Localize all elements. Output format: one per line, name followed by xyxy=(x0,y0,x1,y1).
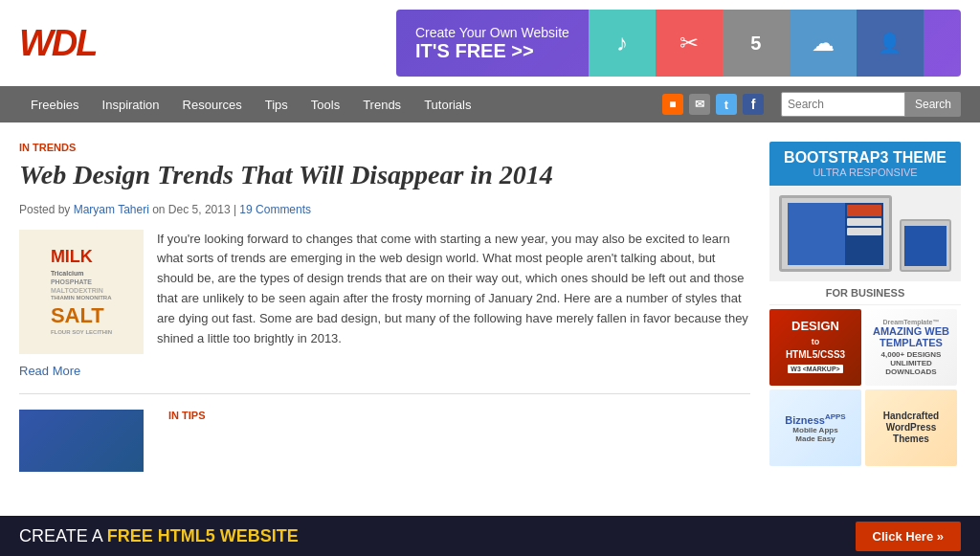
rss-icon[interactable]: ■ xyxy=(662,94,683,115)
sidebar-ad-handcrafted[interactable]: Handcrafted WordPress Themes xyxy=(865,389,957,466)
sidebar-ads-row2: BiznessAPPS Mobile AppsMade Easy Handcra… xyxy=(769,389,961,466)
article2-category[interactable]: IN TIPS xyxy=(168,410,206,421)
bizness-sub: Mobile AppsMade Easy xyxy=(792,426,837,443)
twitter-icon[interactable]: t xyxy=(716,94,737,115)
email-icon[interactable]: ✉ xyxy=(689,94,710,115)
dreamtemplate-sub: 4,000+ DESIGNSUNLIMITED DOWNLOADS xyxy=(869,350,953,376)
nav-social-icons: ■ ✉ t f Search xyxy=(662,92,961,117)
bootstrap-ad-title: BOOTSTRAP3 THEME xyxy=(775,149,955,167)
article-meta: Posted by Maryam Taheri on Dec 5, 2013 |… xyxy=(19,203,750,216)
content-area: IN TRENDS Web Design Trends That Will Di… xyxy=(19,142,750,505)
article-thumbnail: MILK Tricalcium PHOSPHATE MALTODEXTRIN T… xyxy=(19,230,144,354)
nav-tips[interactable]: Tips xyxy=(254,90,300,120)
bottom-banner: CREATE A FREE HTML5 WEBSITE Click Here » xyxy=(0,516,980,524)
bootstrap-ad-sub: ULTRA RESPONSIVE xyxy=(775,167,955,178)
nav-links: Freebies Inspiration Resources Tips Tool… xyxy=(19,90,483,120)
search-button[interactable]: Search xyxy=(905,92,961,117)
banner-icon-html5: 5 xyxy=(723,10,790,77)
dreamtemplate-title: AMAZING WEB TEMPLATES xyxy=(869,325,953,348)
header-banner[interactable]: Create Your Own Website IT'S FREE >> ♪ ✂… xyxy=(396,10,961,77)
sidebar: BOOTSTRAP3 THEME ULTRA RESPONSIVE xyxy=(769,142,961,505)
main-content: IN TRENDS Web Design Trends That Will Di… xyxy=(0,122,980,524)
banner-cta: IT'S FREE >> xyxy=(415,40,569,62)
sidebar-monitor-display xyxy=(769,186,961,281)
category-link[interactable]: IN TRENDS xyxy=(19,142,76,153)
sidebar-ad-design[interactable]: DESIGNtoHTML5/CSS3W3 <MARKUP> xyxy=(769,309,861,386)
sidebar-bootstrap-ad[interactable]: BOOTSTRAP3 THEME ULTRA RESPONSIVE xyxy=(769,142,961,186)
nav-tools[interactable]: Tools xyxy=(300,90,351,120)
navigation-bar: Freebies Inspiration Resources Tips Tool… xyxy=(0,86,980,122)
sidebar-ads-row1: DESIGNtoHTML5/CSS3W3 <MARKUP> DreamTempl… xyxy=(769,309,961,386)
author-link[interactable]: Maryam Taheri xyxy=(74,203,149,216)
article-1: IN TRENDS Web Design Trends That Will Di… xyxy=(19,142,750,378)
search-box: Search xyxy=(781,92,961,117)
bottom-banner-button[interactable]: Click Here » xyxy=(856,522,961,525)
handcrafted-title: Handcrafted WordPress Themes xyxy=(869,411,953,445)
article-category[interactable]: IN TRENDS xyxy=(19,142,750,153)
article-body: If you're looking forward to changes tha… xyxy=(157,230,750,349)
nav-resources[interactable]: Resources xyxy=(171,90,254,120)
nav-freebies[interactable]: Freebies xyxy=(19,90,91,120)
header-banner-text: Create Your Own Website IT'S FREE >> xyxy=(396,25,589,62)
meta-date: on Dec 5, 2013 | xyxy=(149,203,240,216)
article-title: Web Design Trends That Will Disappear in… xyxy=(19,159,750,191)
article-divider xyxy=(19,393,750,394)
nav-trends[interactable]: Trends xyxy=(351,90,412,120)
sidebar-ad-bizness[interactable]: BiznessAPPS Mobile AppsMade Easy xyxy=(769,389,861,466)
banner-icon-cloud: ☁ xyxy=(790,10,857,77)
article-2: IN TIPS xyxy=(19,410,750,472)
comments-link[interactable]: 19 Comments xyxy=(239,203,311,216)
read-more-link[interactable]: Read More xyxy=(19,364,80,378)
header: WDL Create Your Own Website IT'S FREE >>… xyxy=(0,0,980,86)
facebook-icon[interactable]: f xyxy=(743,94,764,115)
bizness-title: BiznessAPPS xyxy=(785,412,845,426)
meta-posted: Posted by xyxy=(19,203,74,216)
search-input[interactable] xyxy=(781,92,905,117)
nav-tutorials[interactable]: Tutorials xyxy=(412,90,482,120)
category2-link[interactable]: IN TIPS xyxy=(168,410,206,421)
header-banner-icons: ♪ ✂ 5 ☁ 👤 xyxy=(589,10,924,77)
banner-icon-user: 👤 xyxy=(857,10,924,77)
sidebar-ad-dreamtemplate[interactable]: DreamTemplate™ AMAZING WEB TEMPLATES 4,0… xyxy=(865,309,957,386)
banner-icon-music: ♪ xyxy=(589,10,656,77)
thumb-image: MILK Tricalcium PHOSPHATE MALTODEXTRIN T… xyxy=(19,230,144,354)
banner-icon-scissors: ✂ xyxy=(656,10,723,77)
banner-tagline: Create Your Own Website xyxy=(415,25,569,40)
article2-thumbnail xyxy=(19,410,144,472)
sidebar-forbusiness: FOR BUSINESS xyxy=(769,281,961,305)
site-logo[interactable]: WDL xyxy=(19,23,97,64)
nav-inspiration[interactable]: Inspiration xyxy=(91,90,171,120)
